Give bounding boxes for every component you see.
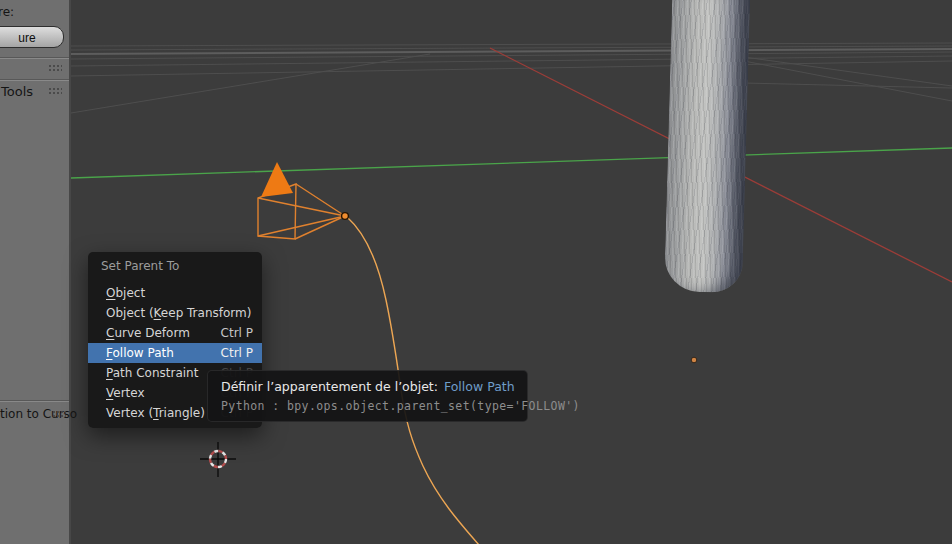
menu-item-label: Object <box>106 286 245 300</box>
panel-separator <box>0 57 69 58</box>
follow-path-tooltip: Définir l’apparentement de l’objet:Follo… <box>207 370 528 422</box>
panel-separator <box>0 400 69 401</box>
menu-item-label: Object (Keep Transform) <box>106 306 251 320</box>
menu-item-object[interactable]: Object <box>88 283 262 303</box>
curve-origin-point[interactable] <box>691 357 697 363</box>
panel-grip-icon[interactable] <box>48 87 62 96</box>
tooltip-description: Définir l’apparentement de l’objet: <box>221 379 438 394</box>
blender-3d-viewport-window: { "app": { "kind": "blender-3d-viewport"… <box>0 0 952 544</box>
panel-separator <box>0 79 69 80</box>
tooltip-python-line: Python : bpy.ops.object.parent_set(type=… <box>221 399 515 413</box>
menu-title: Set Parent To <box>88 252 262 280</box>
tooltip-description-line: Définir l’apparentement de l’objet:Follo… <box>221 379 515 394</box>
tool-shelf: re: ure Tools tion to Curso <box>0 0 71 544</box>
panel-grip-icon[interactable] <box>52 410 66 419</box>
menu-item-follow-path[interactable]: Follow PathCtrl P <box>88 343 262 363</box>
camera-origin-point <box>342 213 349 220</box>
menu-item-object-keep-transform[interactable]: Object (Keep Transform) <box>88 303 262 323</box>
menu-item-curve-deform[interactable]: Curve DeformCtrl P <box>88 323 262 343</box>
menu-item-label: Curve Deform <box>106 326 213 340</box>
camera-object[interactable] <box>258 162 348 239</box>
menu-item-label: Path Constraint <box>106 366 213 380</box>
3d-cursor <box>200 442 236 477</box>
panel-grip-icon[interactable] <box>48 64 62 73</box>
menu-item-shortcut: Ctrl P <box>221 346 253 360</box>
menu-item-label: Vertex <box>106 386 213 400</box>
tool-shelf-top-label: re: <box>0 5 14 19</box>
menu-item-label: Vertex (Triangle) <box>106 406 213 420</box>
texture-button[interactable]: ure <box>0 26 64 48</box>
menu-item-shortcut: Ctrl P <box>221 326 253 340</box>
menu-item-label: Follow Path <box>106 346 213 360</box>
camera-up-triangle <box>261 162 293 197</box>
tooltip-value: Follow Path <box>444 379 515 394</box>
tools-panel-header[interactable]: Tools <box>1 84 33 99</box>
